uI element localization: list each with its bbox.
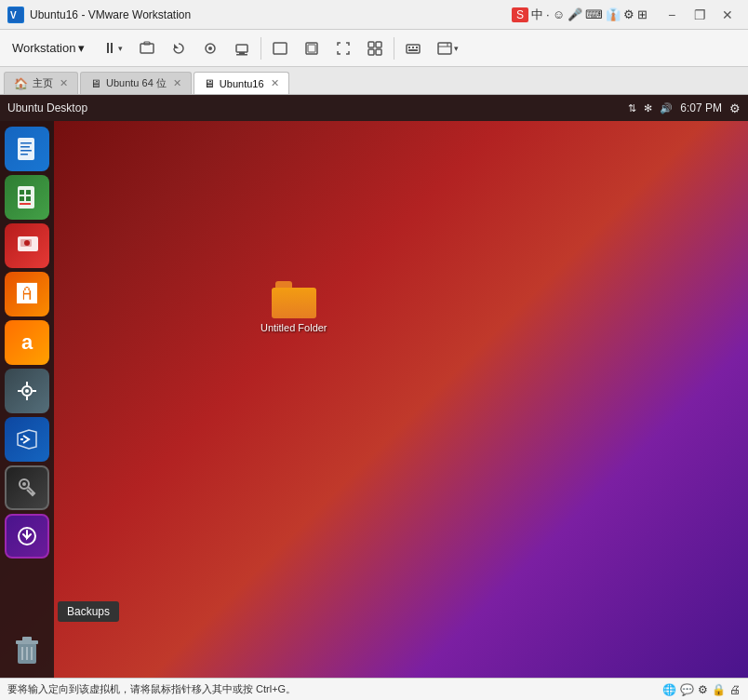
unity-button[interactable] [360,34,390,62]
tab-home-label: 主页 [33,76,53,90]
workstation-label: Workstation [12,41,75,55]
ime-icon-keyboard[interactable]: ⌨ [585,7,603,21]
fit-window-button[interactable] [265,34,295,62]
folder-body [272,288,316,318]
svg-rect-31 [26,190,31,195]
view-button[interactable]: ▾ [430,34,465,62]
svg-rect-15 [368,49,374,55]
svg-rect-28 [20,154,28,155]
ime-icon-gear[interactable]: ⚙ [623,7,634,21]
svg-rect-52 [22,637,32,641]
workstation-dropdown-arrow: ▾ [78,41,85,55]
status-icon-1: 🌐 [662,683,676,696]
launcher-icon-store[interactable]: 🅰 [5,272,49,316]
status-message: 要将输入定向到该虚拟机，请将鼠标指针移入其中或按 Ctrl+G。 [7,682,296,696]
ime-icon-dot[interactable]: ∙ [546,7,550,21]
launcher-icon-writer[interactable] [5,127,49,171]
send-keys-button[interactable] [398,34,428,62]
svg-point-6 [208,47,212,50]
svg-point-39 [25,389,29,393]
tab-ubuntu64[interactable]: 🖥 Ubuntu 64 位 ✕ [80,72,192,94]
tab-ubuntu16-close[interactable]: ✕ [271,77,279,89]
suspend-button[interactable] [227,34,257,62]
ime-icon-s[interactable]: S [512,7,528,22]
launcher-tooltip: Backups [58,601,119,622]
svg-rect-13 [368,42,374,47]
screenshot-icon [139,40,155,57]
svg-rect-26 [20,146,30,148]
ubuntu-settings-icon[interactable]: ⚙ [729,101,741,115]
revert-button[interactable] [164,34,194,62]
ubuntu16-tab-icon: 🖥 [204,77,215,90]
ime-icon-zh[interactable]: 中 [531,7,543,23]
main-toolbar: Workstation ▾ ⏸ ▾ [0,30,748,67]
svg-rect-16 [376,49,381,55]
view-dropdown-arrow: ▾ [454,44,459,53]
launcher-icon-system-settings[interactable] [5,369,49,413]
revert-icon [170,40,187,57]
ubuntu-arrow-icon: ⇅ [628,102,636,114]
tab-ubuntu16-label: Ubuntu16 [220,78,264,89]
minimize-button[interactable]: − [659,6,685,24]
snapshots-button[interactable] [195,34,225,62]
calc-icon-img [14,184,40,210]
trash-icon-img [13,634,41,666]
writer-icon-img [14,136,40,162]
launcher-icon-trash[interactable] [5,627,49,672]
unity-launcher: 🅰 a [0,121,54,678]
system-settings-icon-img [14,378,40,404]
tab-ubuntu16[interactable]: 🖥 Ubuntu16 ✕ [194,72,289,94]
launcher-icon-vscode[interactable] [5,417,49,462]
desktop-folder[interactable]: Untitled Folder [260,281,327,333]
window-title: Ubuntu16 - VMware Workstation [30,8,506,21]
updater-icon-img [14,523,40,549]
svg-rect-27 [20,150,32,152]
pause-dropdown-arrow: ▾ [118,44,123,53]
ime-icon-shirt[interactable]: 👔 [606,7,621,21]
launcher-icon-impress[interactable] [5,223,49,268]
launcher-icon-update[interactable] [5,514,49,559]
ubuntu-topbar-right: ⇅ ✻ 🔊 6:07 PM ⚙ [628,101,741,115]
vm-display-area[interactable]: Ubuntu Desktop ⇅ ✻ 🔊 6:07 PM ⚙ [0,95,748,678]
suspend-icon [234,40,250,57]
fit-guest-button[interactable] [297,34,327,62]
snapshots-icon [202,40,219,57]
title-bar: V Ubuntu16 - VMware Workstation S 中 ∙ ☺ … [0,0,748,30]
ubuntu-bluetooth-icon: ✻ [644,102,652,114]
ubuntu-desktop[interactable]: Ubuntu Desktop ⇅ ✻ 🔊 6:07 PM ⚙ [0,95,748,678]
svg-rect-47 [31,492,34,494]
screenshot-button[interactable] [132,34,162,62]
view-icon [436,40,453,57]
status-icon-5: 🖨 [729,683,741,696]
tab-ubuntu64-close[interactable]: ✕ [173,77,181,89]
svg-rect-8 [239,52,245,54]
fullscreen-button[interactable] [328,34,358,62]
pause-button[interactable]: ⏸ ▾ [95,34,130,62]
tooltip-text: Backups [67,605,110,618]
tab-home[interactable]: 🏠 主页 ✕ [4,72,78,94]
tab-home-close[interactable]: ✕ [60,77,68,89]
launcher-icon-calc[interactable] [5,175,49,220]
close-button[interactable]: ✕ [715,6,741,24]
workstation-menu-button[interactable]: Workstation ▾ [4,36,93,60]
ime-icon-mic[interactable]: 🎤 [568,7,582,21]
fit-guest-icon [303,40,320,57]
window-controls: − ❐ ✕ [659,6,741,24]
store-icon-glyph: 🅰 [17,282,37,306]
svg-rect-10 [274,43,287,54]
folder-icon-img [272,281,316,318]
svg-rect-17 [407,45,420,53]
svg-rect-12 [308,45,315,52]
tabs-bar: 🏠 主页 ✕ 🖥 Ubuntu 64 位 ✕ 🖥 Ubuntu16 ✕ [0,67,748,95]
restore-button[interactable]: ❐ [687,6,713,24]
ime-icon-smile[interactable]: ☺ [553,7,565,21]
svg-rect-14 [376,42,381,47]
status-right-icons: 🌐 💬 ⚙ 🔒 🖨 [662,683,741,696]
svg-point-37 [24,240,30,246]
tab-ubuntu64-label: Ubuntu 64 位 [106,76,167,90]
ime-icon-grid[interactable]: ⊞ [637,7,648,21]
launcher-icon-keyring[interactable] [5,465,49,510]
toolbar-separator-2 [394,37,394,60]
impress-icon-img [14,233,40,259]
launcher-icon-amazon[interactable]: a [5,320,49,365]
